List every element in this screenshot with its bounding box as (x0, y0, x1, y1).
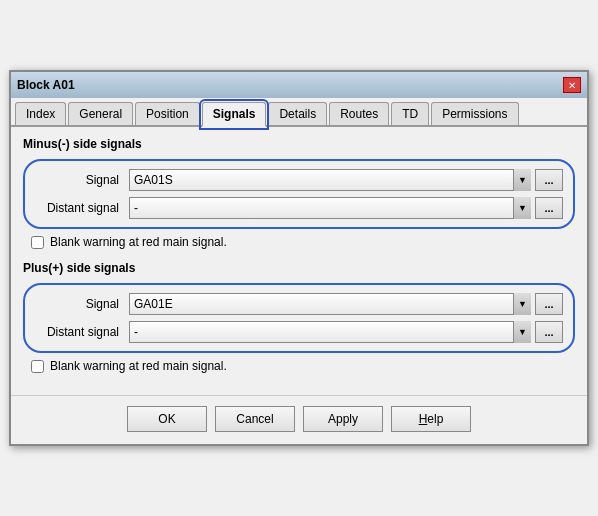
tab-position[interactable]: Position (135, 102, 200, 125)
title-bar: Block A01 ✕ (11, 72, 587, 98)
minus-signal-dots-button[interactable]: ... (535, 169, 563, 191)
minus-distant-label: Distant signal (35, 201, 125, 215)
minus-signal-select[interactable]: GA01S (129, 169, 531, 191)
plus-section-box: Signal GA01E ▼ ... Distant signal - (23, 283, 575, 353)
tab-general[interactable]: General (68, 102, 133, 125)
help-underline-h: H (419, 412, 428, 426)
title-controls: ✕ (563, 77, 581, 93)
minus-section-title: Minus(-) side signals (23, 137, 575, 151)
plus-signal-label: Signal (35, 297, 125, 311)
apply-button[interactable]: Apply (303, 406, 383, 432)
plus-distant-select[interactable]: - (129, 321, 531, 343)
plus-distant-row: Distant signal - ▼ ... (35, 321, 563, 343)
plus-distant-label: Distant signal (35, 325, 125, 339)
minus-distant-row: Distant signal - ▼ ... (35, 197, 563, 219)
minus-section-box: Signal GA01S ▼ ... Distant signal - (23, 159, 575, 229)
plus-blank-warning-checkbox[interactable] (31, 360, 44, 373)
plus-blank-warning-label: Blank warning at red main signal. (50, 359, 227, 373)
tab-routes[interactable]: Routes (329, 102, 389, 125)
tab-index[interactable]: Index (15, 102, 66, 125)
help-rest: elp (427, 412, 443, 426)
plus-distant-dots-button[interactable]: ... (535, 321, 563, 343)
minus-section: Minus(-) side signals Signal GA01S ▼ ...… (23, 137, 575, 249)
tab-details[interactable]: Details (268, 102, 327, 125)
window-title: Block A01 (17, 78, 75, 92)
ok-button[interactable]: OK (127, 406, 207, 432)
main-window: Block A01 ✕ Index General Position Signa… (9, 70, 589, 446)
minus-distant-select-wrapper: - ▼ (129, 197, 531, 219)
footer: OK Cancel Apply Help (11, 395, 587, 444)
minus-distant-dots-button[interactable]: ... (535, 197, 563, 219)
tab-permissions[interactable]: Permissions (431, 102, 518, 125)
plus-signal-select[interactable]: GA01E (129, 293, 531, 315)
minus-signal-label: Signal (35, 173, 125, 187)
minus-signal-row: Signal GA01S ▼ ... (35, 169, 563, 191)
minus-distant-select[interactable]: - (129, 197, 531, 219)
minus-signal-select-wrapper: GA01S ▼ (129, 169, 531, 191)
tab-bar: Index General Position Signals Details R… (11, 98, 587, 127)
plus-section-title: Plus(+) side signals (23, 261, 575, 275)
minus-blank-warning-checkbox[interactable] (31, 236, 44, 249)
help-button[interactable]: Help (391, 406, 471, 432)
cancel-button[interactable]: Cancel (215, 406, 295, 432)
plus-signal-row: Signal GA01E ▼ ... (35, 293, 563, 315)
plus-section: Plus(+) side signals Signal GA01E ▼ ... … (23, 261, 575, 373)
minus-blank-warning-label: Blank warning at red main signal. (50, 235, 227, 249)
plus-checkbox-row: Blank warning at red main signal. (23, 359, 575, 373)
plus-distant-select-wrapper: - ▼ (129, 321, 531, 343)
plus-signal-dots-button[interactable]: ... (535, 293, 563, 315)
tab-signals[interactable]: Signals (202, 102, 267, 127)
plus-signal-select-wrapper: GA01E ▼ (129, 293, 531, 315)
close-button[interactable]: ✕ (563, 77, 581, 93)
tab-content: Minus(-) side signals Signal GA01S ▼ ...… (11, 127, 587, 395)
tab-td[interactable]: TD (391, 102, 429, 125)
minus-checkbox-row: Blank warning at red main signal. (23, 235, 575, 249)
